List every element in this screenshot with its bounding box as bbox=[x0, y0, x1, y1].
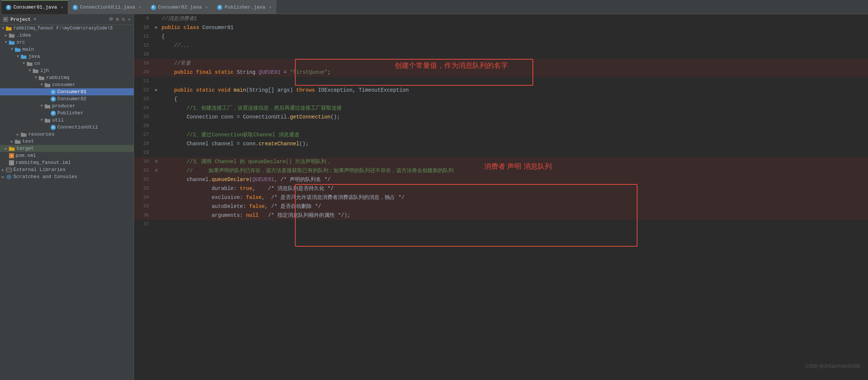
expand-arrow: ▼ bbox=[21, 61, 27, 66]
tab-consumer02[interactable]: C Consumer02.java ✕ bbox=[146, 0, 213, 14]
code-line-18: 18 bbox=[134, 50, 868, 59]
scratches-icon bbox=[6, 174, 12, 180]
tree-item-resources[interactable]: ▶ resources bbox=[0, 131, 134, 138]
line-num-10: 10 bbox=[134, 23, 153, 32]
tab-close-4[interactable]: ✕ bbox=[269, 5, 271, 10]
run-arrow-10[interactable]: ▶ bbox=[155, 23, 158, 32]
svg-rect-8 bbox=[15, 48, 20, 52]
tab-consumer01[interactable]: C Consumer01.java ✕ bbox=[1, 0, 68, 14]
tree-label: test bbox=[22, 139, 34, 144]
tree-item-main[interactable]: ▼ main bbox=[0, 46, 134, 53]
tree-item-connectionutil[interactable]: C ConnectionUtil bbox=[0, 124, 134, 131]
line-code-31: // 如果声明的队列已存在，该方法直接获取已有的队列；如果声明的队列还不存在，该… bbox=[160, 166, 868, 175]
tree-item-scratches[interactable]: ▶ Scratches and Consoles bbox=[0, 173, 134, 180]
tree-item-src[interactable]: ▼ src bbox=[0, 39, 134, 46]
code-line-30: 30 ⊟ //3、调用 Channel 的 queueDeclare() 方法声… bbox=[134, 157, 868, 166]
code-line-20: 20 public final static String QUEUE01 = … bbox=[134, 68, 868, 77]
code-line-27: 27 //2、通过Connection获取Channel 消息通道 bbox=[134, 130, 868, 139]
line-num-25: 25 bbox=[134, 113, 153, 121]
line-code-29 bbox=[160, 148, 868, 157]
tree-item-producer[interactable]: ▼ producer bbox=[0, 102, 134, 110]
expand-arrow: ▼ bbox=[27, 69, 33, 73]
line-code-24: //1、创建连接工厂，设置连接信息，然后再通过连接工厂获取连接 bbox=[160, 104, 868, 113]
code-line-9: 9 //消息消费者1 bbox=[134, 14, 868, 23]
close-icon[interactable]: ✕ bbox=[128, 16, 131, 22]
collapse-icon[interactable]: ⊟ bbox=[116, 16, 119, 22]
folder-icon bbox=[33, 68, 39, 73]
line-code-19: //常量 bbox=[160, 59, 868, 68]
tree-item-external-libs[interactable]: ▶ External Libraries bbox=[0, 166, 134, 173]
tree-label: rabbitmq_fanout F:\myCode\crazyCode\S bbox=[13, 26, 112, 31]
code-content: 9 //消息消费者1 10 ▶ public class Consumer01 … bbox=[134, 14, 868, 229]
gutter-30: ⊟ bbox=[153, 157, 160, 166]
settings-icon[interactable]: ⚙ bbox=[122, 16, 125, 22]
svg-rect-4 bbox=[9, 34, 15, 38]
lib-icon bbox=[6, 167, 12, 172]
tree-item-publisher[interactable]: C Publisher bbox=[0, 110, 134, 117]
tree-item-idea[interactable]: ▶ .idea bbox=[0, 32, 134, 39]
run-arrow-22[interactable]: ▶ bbox=[155, 86, 158, 95]
gutter-10: ▶ bbox=[153, 23, 160, 32]
tab-close-2[interactable]: ✕ bbox=[139, 5, 142, 10]
line-code-12: //... bbox=[160, 41, 868, 50]
tree-item-pom[interactable]: m pom.xml bbox=[0, 152, 134, 159]
folder-icon bbox=[9, 146, 15, 151]
tree-item-util[interactable]: ▼ util bbox=[0, 117, 134, 124]
tree-label: util bbox=[52, 117, 64, 123]
svg-rect-29 bbox=[9, 147, 11, 148]
line-num-36: 36 bbox=[134, 211, 153, 220]
code-line-35: 35 autoDelete: false, /* 是否自动删除 */ bbox=[134, 202, 868, 211]
tree-item-consumer02[interactable]: C Consumer02 bbox=[0, 95, 134, 102]
tab-connectionutil[interactable]: C ConnectionUtil.java ✕ bbox=[68, 0, 146, 14]
svg-rect-10 bbox=[21, 56, 26, 59]
tree-label: main bbox=[22, 47, 34, 52]
code-line-21: 21 bbox=[134, 77, 868, 86]
expand-arrow: ▼ bbox=[33, 76, 39, 80]
tree-label: ConnectionUtil bbox=[57, 124, 98, 130]
tree-item-ljh[interactable]: ▼ ljh bbox=[0, 67, 134, 74]
expand-arrow: ▼ bbox=[39, 104, 45, 108]
tab-close-3[interactable]: ✕ bbox=[206, 5, 208, 10]
dropdown-arrow[interactable]: ▼ bbox=[34, 17, 36, 22]
tree-label: java bbox=[28, 54, 40, 59]
tab-publisher[interactable]: C Publisher.java ✕ bbox=[213, 0, 276, 14]
folder-icon bbox=[45, 104, 51, 109]
tab-close-consumer01[interactable]: ✕ bbox=[61, 5, 63, 10]
line-num-11: 11 bbox=[134, 32, 153, 41]
tree-item-consumer[interactable]: ▼ consumer bbox=[0, 81, 134, 88]
tree-item-target[interactable]: ▶ target bbox=[0, 145, 134, 152]
tab-label-2: ConnectionUtil.java bbox=[80, 4, 135, 10]
tab-label-4: Publisher.java bbox=[225, 4, 265, 10]
tree-label: target bbox=[16, 146, 34, 151]
tree-item-iml[interactable]: ▪ rabbitmq_fanout.iml bbox=[0, 159, 134, 166]
svg-rect-26 bbox=[15, 140, 20, 144]
sync-icon[interactable]: ⟳ bbox=[109, 16, 113, 22]
folder-icon bbox=[39, 75, 45, 80]
svg-rect-20 bbox=[45, 105, 50, 108]
line-code-32: channel.queueDeclare(QUEUE01, /* 声明的队列名 … bbox=[160, 175, 868, 184]
svg-rect-6 bbox=[9, 41, 15, 45]
tree-item-test[interactable]: ▶ test bbox=[0, 138, 134, 145]
tree-label: consumer bbox=[52, 82, 75, 88]
line-num-18: 18 bbox=[134, 50, 153, 59]
java-icon-2: C bbox=[73, 5, 78, 10]
tree-item-rabbitmq-fanout[interactable]: ▼ rabbitmq_fanout F:\myCode\crazyCode\S bbox=[0, 25, 134, 32]
sidebar-header: P Project ▼ ⟳ ⊟ ⚙ ✕ bbox=[0, 14, 134, 25]
svg-rect-27 bbox=[15, 140, 17, 141]
tab-label: Consumer01.java bbox=[13, 4, 57, 10]
tree-item-rabbitmq[interactable]: ▼ rabbitmq bbox=[0, 74, 134, 81]
line-code-21 bbox=[160, 77, 868, 86]
code-line-23: 23 { bbox=[134, 95, 868, 104]
folder-icon bbox=[15, 139, 21, 144]
code-editor[interactable]: 9 //消息消费者1 10 ▶ public class Consumer01 … bbox=[134, 14, 868, 380]
code-line-29: 29 bbox=[134, 148, 868, 157]
code-line-36: 36 arguments: null /* 指定消息队列额外的属性 */); bbox=[134, 211, 868, 220]
tree-label: Consumer01 bbox=[57, 89, 86, 95]
line-code-18 bbox=[160, 50, 868, 59]
java-icon: C bbox=[6, 5, 11, 10]
code-line-32: 32 channel.queueDeclare(QUEUE01, /* 声明的队… bbox=[134, 175, 868, 184]
tree-item-consumer01[interactable]: C Consumer01 bbox=[0, 88, 134, 95]
sidebar-title: Project bbox=[10, 17, 31, 22]
tree-item-java[interactable]: ▼ java bbox=[0, 53, 134, 60]
tree-item-cn[interactable]: ▼ cn bbox=[0, 60, 134, 67]
